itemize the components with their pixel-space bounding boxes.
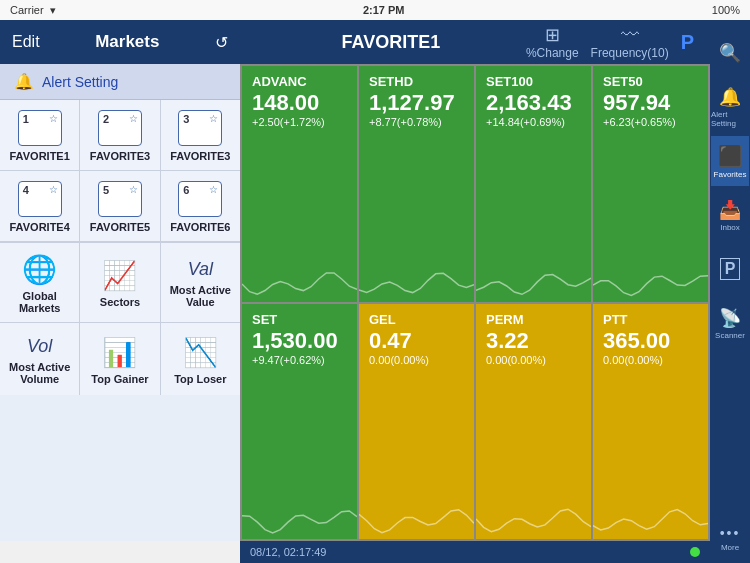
tile-change: +9.47(+0.62%) [252,354,347,366]
fav-star-icon: ☆ [129,113,138,124]
menu-icon: 📉 [183,336,218,369]
wave-icon: 〰 [591,25,669,46]
menu-item-sectors[interactable]: 📈 Sectors [80,243,159,322]
alert-bell-icon: 🔔 [14,72,34,91]
menu-item-most-active-value[interactable]: Val Most ActiveValue [161,243,240,322]
tile-name: SET100 [486,74,581,89]
fav-star-icon: ☆ [49,113,58,124]
tile-chart [359,507,474,535]
tile-change: +6.23(+0.65%) [603,116,698,128]
fav-icon-box: 2 ☆ [98,110,142,146]
favorites-icon: ⬛ [718,144,743,168]
tile-value: 957.94 [603,91,698,115]
tile-change: +14.84(+0.69%) [486,116,581,128]
bottom-bar: 08/12, 02:17:49 [240,541,710,563]
tile-change: +2.50(+1.72%) [252,116,347,128]
market-tile-set[interactable]: SET 1,530.00 +9.47(+0.62%) [242,304,357,540]
fav-num: 2 [103,113,109,125]
favorite-item-6[interactable]: 6 ☆ FAVORITE6 [161,171,240,241]
tile-chart [476,270,591,298]
favorite-item-5[interactable]: 5 ☆ FAVORITE5 [80,171,159,241]
fav-num: 5 [103,184,109,196]
fav-icon-box: 3 ☆ [178,110,222,146]
tile-chart [476,507,591,535]
tile-change: 0.00(0.00%) [603,354,698,366]
sidebar-favorites-label: Favorites [714,170,747,179]
sidebar-alert[interactable]: 🔔 Alert Setting [711,82,749,132]
menu-item-most-active-volume[interactable]: Vol Most ActiveVolume [0,323,79,395]
market-tile-ptt[interactable]: PTT 365.00 0.00(0.00%) [593,304,708,540]
alert-setting-label: Alert Setting [42,74,118,90]
market-tile-gel[interactable]: GEL 0.47 0.00(0.00%) [359,304,474,540]
sidebar-p[interactable]: P [711,244,749,294]
menu-label: Top Gainer [91,373,148,385]
tile-name: ADVANC [252,74,347,89]
tile-name: SET50 [603,74,698,89]
sidebar-scanner[interactable]: 📡 Scanner [711,298,749,348]
market-tile-set50[interactable]: SET50 957.94 +6.23(+0.65%) [593,66,708,302]
fav-star-icon: ☆ [129,184,138,195]
market-tile-sethd[interactable]: SETHD 1,127.97 +8.77(+0.78%) [359,66,474,302]
favorite-item-3[interactable]: 3 ☆ FAVORITE3 [161,100,240,170]
fav-num: 3 [183,113,189,125]
market-tile-set100[interactable]: SET100 2,163.43 +14.84(+0.69%) [476,66,591,302]
carrier-label: Carrier [10,4,44,16]
sidebar-inbox[interactable]: 📥 Inbox [711,190,749,240]
menu-item-global-markets[interactable]: 🌐 Global Markets [0,243,79,322]
menu-item-top-loser[interactable]: 📉 Top Loser [161,323,240,395]
market-tile-perm[interactable]: PERM 3.22 0.00(0.00%) [476,304,591,540]
menu-icon: 📈 [102,259,137,292]
grid-icon: ⊞ [526,24,579,46]
market-tile-advanc[interactable]: ADVANC 148.00 +2.50(+1.72%) [242,66,357,302]
fav-num: 4 [23,184,29,196]
tile-chart [593,270,708,298]
sidebar-alert-label: Alert Setting [711,110,749,128]
pct-change-icon[interactable]: ⊞ %Change [526,24,579,60]
fav-label: FAVORITE4 [10,221,70,233]
sidebar-favorites[interactable]: ⬛ Favorites [711,136,749,186]
frequency-icon[interactable]: 〰 Frequency(10) [591,25,669,60]
favorite-item-4[interactable]: 4 ☆ FAVORITE4 [0,171,79,241]
sidebar-inbox-label: Inbox [720,223,740,232]
p-symbol: P [681,31,694,54]
header-title: Markets [95,32,159,52]
header-icons: ⊞ %Change 〰 Frequency(10) P [526,24,694,60]
market-tiles: ADVANC 148.00 +2.50(+1.72%) SETHD 1,127.… [240,64,710,541]
tile-chart [242,507,357,535]
tile-chart [242,270,357,298]
sidebar-more[interactable]: ••• More [711,513,749,563]
left-header-bar: Edit Markets ↺ [0,20,240,64]
tile-value: 3.22 [486,329,581,353]
edit-button[interactable]: Edit [12,33,40,51]
tile-value: 2,163.43 [486,91,581,115]
search-icon: 🔍 [719,42,741,64]
tile-value: 1,530.00 [252,329,347,353]
menu-label: Most ActiveVolume [9,361,70,385]
tile-value: 0.47 [369,329,464,353]
menu-item-top-gainer[interactable]: 📊 Top Gainer [80,323,159,395]
fav-label: FAVORITE6 [170,221,230,233]
status-battery: 100% [712,4,740,16]
p-icon-header[interactable]: P [681,31,694,54]
fav-star-icon: ☆ [49,184,58,195]
refresh-button[interactable]: ↺ [215,33,228,52]
sidebar-search[interactable]: 🔍 [711,28,749,78]
fav-label: FAVORITE3 [170,150,230,162]
left-panel: 🔔 Alert Setting 1 ☆ FAVORITE1 2 ☆ FAVORI… [0,64,240,541]
tile-name: SETHD [369,74,464,89]
tile-value: 1,127.97 [369,91,464,115]
favorite-item-1[interactable]: 1 ☆ FAVORITE1 [0,100,79,170]
bell-icon: 🔔 [719,86,741,108]
menu-icon: 🌐 [22,253,57,286]
favorite-item-2[interactable]: 2 ☆ FAVORITE3 [80,100,159,170]
tile-value: 148.00 [252,91,347,115]
scanner-icon: 📡 [719,307,741,329]
fav-star-icon: ☆ [209,184,218,195]
status-left: Carrier ▾ [10,4,56,17]
sidebar-more-label: More [721,543,739,552]
tile-change: 0.00(0.00%) [486,354,581,366]
menu-icon: Vol [27,336,52,357]
p-box-icon: P [720,258,741,280]
alert-setting-bar[interactable]: 🔔 Alert Setting [0,64,240,100]
tile-name: PERM [486,312,581,327]
